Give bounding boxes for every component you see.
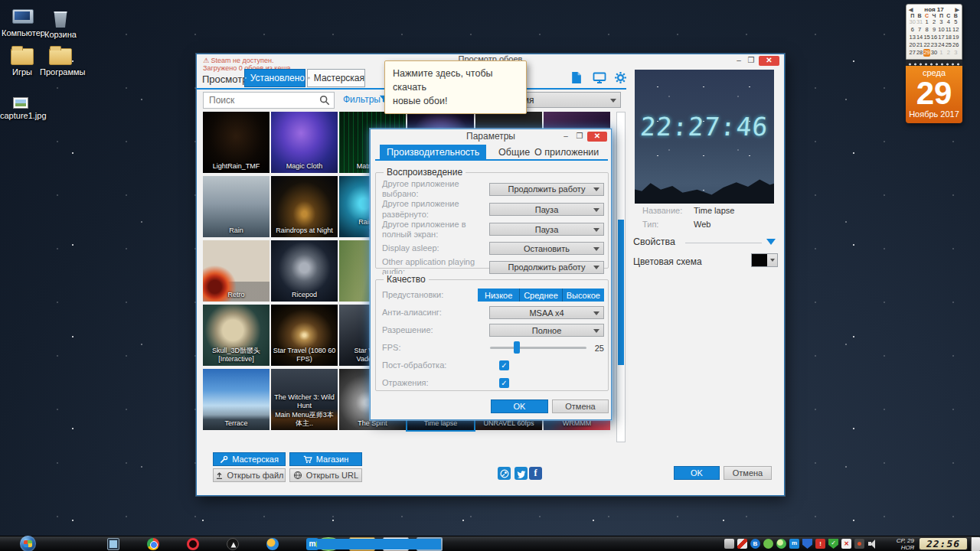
calendar-day[interactable]: 20 [909, 41, 916, 49]
resolution-dropdown[interactable]: Полное [489, 324, 604, 337]
calendar-day[interactable]: 22 [923, 41, 930, 49]
search-icon[interactable] [319, 95, 330, 106]
tab-installed[interactable]: Установлено [244, 69, 305, 87]
setting-dropdown[interactable]: Пауза [489, 203, 604, 216]
display-icon[interactable] [593, 71, 606, 84]
calendar-day[interactable]: 30 [909, 18, 916, 26]
reflections-checkbox[interactable] [499, 378, 509, 388]
facebook-icon[interactable] [529, 467, 542, 480]
calendar-day[interactable]: 12 [952, 26, 959, 34]
search-input[interactable] [203, 92, 335, 109]
calendar-day[interactable]: 2 [930, 18, 937, 26]
wallpaper-tile[interactable]: Magic Cloth [271, 112, 338, 173]
properties-expand-icon[interactable] [766, 239, 776, 245]
start-button[interactable] [20, 536, 36, 551]
calendar-day[interactable]: 10 [938, 26, 945, 34]
preset-medium-button[interactable]: Среднее [519, 289, 561, 302]
calendar-day[interactable]: 2 [945, 49, 952, 57]
quicklaunch-icon[interactable] [187, 538, 199, 550]
grid-scrollbar[interactable] [616, 112, 626, 442]
tray-icon[interactable] [750, 539, 760, 549]
workshop-button[interactable]: Мастерская [213, 452, 286, 466]
calendar-day[interactable]: 3 [952, 49, 959, 57]
tray-icon[interactable] [789, 539, 799, 549]
tray-icon[interactable] [815, 539, 825, 549]
setting-dropdown[interactable]: Остановить [489, 242, 604, 255]
calendar-day[interactable]: 5 [952, 18, 959, 26]
tray-icon[interactable] [724, 539, 734, 549]
store-button[interactable]: Магазин [289, 452, 362, 466]
calendar-day[interactable]: 4 [945, 18, 952, 26]
calendar-day[interactable]: 14 [916, 34, 923, 41]
calendar-day[interactable]: 13 [909, 34, 916, 41]
calendar-day[interactable]: 19 [952, 34, 959, 41]
calendar-day[interactable]: 6 [909, 26, 916, 34]
calendar-day[interactable]: 30 [930, 49, 937, 57]
calendar-day[interactable]: 17 [938, 34, 945, 41]
tray-icon[interactable] [841, 539, 851, 549]
setting-dropdown[interactable]: Продолжить работу [489, 183, 604, 196]
tray-icon[interactable] [802, 539, 812, 549]
calendar-next-icon[interactable]: ▶ [956, 7, 959, 13]
show-desktop-button[interactable] [971, 537, 980, 551]
taskbar-app-button[interactable] [416, 537, 443, 551]
gear-icon[interactable] [614, 71, 627, 84]
quicklaunch-icon[interactable] [147, 538, 159, 550]
calendar-prev-icon[interactable]: ◀ [909, 7, 913, 13]
setting-dropdown[interactable]: Продолжить работу [489, 261, 604, 274]
preset-low-button[interactable]: Низкое [478, 289, 519, 302]
desktop-icon-capture1[interactable]: capture1.jpg [0, 93, 41, 120]
tray-icon[interactable] [776, 539, 786, 549]
open-url-button[interactable]: Открыть URL [289, 468, 362, 482]
download-hint-tooltip[interactable]: Нажмите здесь, чтобы скачать новые обои! [384, 60, 527, 114]
desktop-icon-games[interactable]: Игры [2, 44, 43, 77]
tab-workshop[interactable]: Мастерская [307, 69, 365, 87]
calendar-day[interactable]: 8 [923, 26, 930, 34]
quicklaunch-icon[interactable] [266, 538, 279, 550]
tray-icon[interactable] [737, 539, 747, 549]
wallpaper-tile[interactable]: Raindrops at Night [271, 176, 338, 237]
wallpaper-tile[interactable]: Terrace [203, 369, 270, 430]
calendar-day[interactable]: 16 [930, 34, 937, 41]
postprocess-checkbox[interactable] [499, 360, 509, 370]
open-file-icon[interactable] [570, 71, 583, 84]
steam-social-icon[interactable] [498, 467, 511, 480]
color-scheme-dropdown[interactable] [751, 253, 778, 267]
dialog-close-button[interactable]: ✕ [587, 132, 607, 142]
open-file-button[interactable]: Открыть файл [213, 468, 286, 482]
wallpaper-tile[interactable]: The Witcher 3: Wild Hunt Main Menu巫师3本体主… [271, 369, 338, 430]
dialog-ok-button[interactable]: OK [491, 399, 548, 413]
calendar-day[interactable]: 15 [923, 34, 930, 41]
close-button[interactable]: ✕ [759, 56, 779, 66]
wallpaper-tile[interactable]: Ricepod [271, 240, 338, 302]
quicklaunch-icon[interactable] [227, 538, 239, 550]
quicklaunch-icon[interactable] [107, 538, 119, 550]
ok-button[interactable]: OK [674, 466, 720, 480]
wallpaper-tile[interactable]: LightRain_TMF [203, 112, 270, 173]
taskbar-clock[interactable]: 22:56 [919, 537, 968, 550]
maximize-button[interactable]: ❐ [746, 56, 756, 66]
scrollbar-thumb[interactable] [618, 220, 624, 365]
twitter-icon[interactable] [514, 467, 528, 480]
calendar-day[interactable]: 9 [930, 26, 937, 34]
tray-icon[interactable] [867, 539, 877, 549]
setting-dropdown[interactable]: Пауза [489, 223, 604, 236]
calendar-day[interactable]: 29 [923, 49, 930, 57]
taskbar-date[interactable]: СР, 29НОЯ [897, 537, 914, 551]
preset-high-button[interactable]: Высокое [562, 289, 604, 302]
calendar-day[interactable]: 7 [916, 26, 923, 34]
desktop-icon-computer[interactable]: Компьютер [2, 5, 43, 37]
calendar-day[interactable]: 1 [923, 18, 930, 26]
minimize-button[interactable]: – [733, 56, 744, 66]
calendar-day[interactable]: 3 [938, 18, 945, 26]
calendar-day[interactable]: 11 [945, 26, 952, 34]
cancel-button[interactable]: Отмена [724, 466, 772, 480]
calendar-day[interactable]: 27 [909, 49, 916, 57]
tray-icon[interactable] [763, 539, 773, 549]
wallpaper-tile[interactable]: Rain [203, 176, 270, 237]
desktop-icon-programs[interactable]: Программы [40, 44, 81, 77]
tab-about[interactable]: О приложении [528, 145, 606, 159]
calendar-day[interactable]: 21 [916, 41, 923, 49]
calendar-day[interactable]: 28 [916, 49, 923, 57]
calendar-day[interactable]: 26 [952, 41, 959, 49]
